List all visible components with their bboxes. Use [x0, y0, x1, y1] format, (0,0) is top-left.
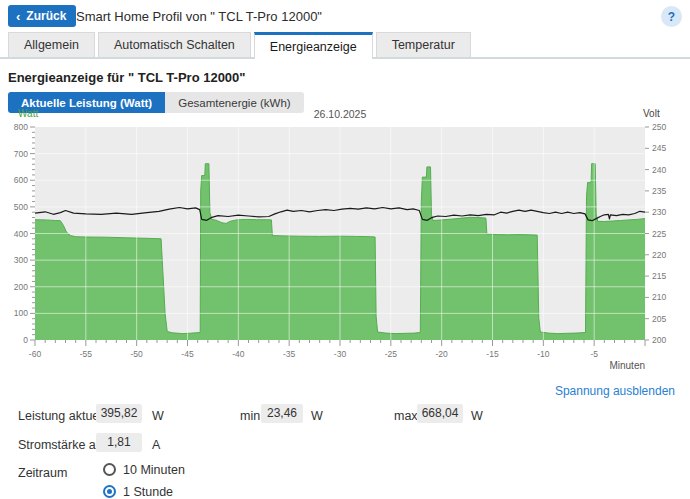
amperage-unit: A [152, 438, 160, 452]
y2-axis-tick-label: 210 [652, 292, 666, 302]
y2-axis-tick-label: 225 [652, 229, 666, 239]
axis-label-minuten: Minuten [595, 360, 645, 371]
x-axis-tick-label: -30 [334, 349, 347, 359]
y2-axis-tick-label: 245 [652, 143, 666, 153]
y2-axis-tick-label: 240 [652, 165, 666, 175]
radio-10-minuten[interactable] [103, 463, 116, 476]
y2-axis-tick-label: 235 [652, 186, 666, 196]
power-min-unit: W [311, 409, 323, 423]
y2-axis-tick-label: 215 [652, 271, 666, 281]
x-axis-tick-label: -40 [232, 349, 245, 359]
y2-axis-tick-label: 205 [652, 314, 666, 324]
tab-temperatur[interactable]: Temperatur [376, 32, 471, 57]
x-axis-tick-label: -50 [131, 349, 144, 359]
power-current-unit: W [152, 409, 164, 423]
x-axis-tick-label: -35 [283, 349, 296, 359]
y2-axis-tick-label: 200 [652, 335, 666, 345]
radio-10-minuten-label[interactable]: 10 Minuten [123, 463, 185, 477]
help-button[interactable]: ? [661, 6, 682, 27]
question-mark-icon: ? [668, 10, 675, 24]
power-max-value: 668,04 [417, 404, 463, 423]
section-heading: Energieanzeige für " TCL T-Pro 12000" [8, 70, 246, 85]
page-title: Smart Home Profil von " TCL T-Pro 12000" [76, 9, 322, 24]
tab-automatisch-schalten[interactable]: Automatisch Schalten [98, 32, 251, 57]
x-axis-tick-label: -55 [80, 349, 93, 359]
y-axis-tick-label: 300 [14, 255, 28, 265]
smart-home-profile-page: ‹ Zurück Smart Home Profil von " TCL T-P… [0, 0, 690, 499]
back-button[interactable]: ‹ Zurück [8, 5, 76, 27]
y-axis-tick-label: 700 [14, 149, 28, 159]
radio-1-stunde-label[interactable]: 1 Stunde [123, 485, 173, 499]
axis-label-volt: Volt [643, 108, 660, 119]
power-min-value: 23,46 [261, 404, 303, 423]
tab-bar: Allgemein Automatisch Schalten Energiean… [0, 32, 690, 59]
tab-allgemein[interactable]: Allgemein [8, 32, 95, 57]
y-axis-tick-label: 0 [23, 335, 28, 345]
amperage-value: 1,81 [96, 433, 142, 452]
y-axis-tick-label: 100 [14, 308, 28, 318]
power-current-label: Leistung aktuell [18, 409, 105, 423]
tab-energieanzeige[interactable]: Energieanzeige [254, 32, 373, 59]
power-current-value: 395,82 [96, 404, 142, 423]
period-label: Zeitraum [18, 466, 67, 480]
x-axis-tick-label: -25 [385, 349, 398, 359]
power-voltage-chart: 0100200300400500600700800200205210215220… [0, 120, 690, 370]
x-axis-tick-label: -45 [181, 349, 194, 359]
spannung-ausblenden-link[interactable]: Spannung ausblenden [555, 384, 675, 398]
x-axis-tick-label: -10 [537, 349, 550, 359]
y-axis-tick-label: 200 [14, 282, 28, 292]
y-axis-tick-label: 400 [14, 229, 28, 239]
y-axis-tick-label: 800 [14, 122, 28, 132]
x-axis-tick-label: -15 [486, 349, 499, 359]
x-axis-tick-label: -60 [29, 349, 42, 359]
x-axis-tick-label: -5 [590, 349, 598, 359]
back-button-label: Zurück [26, 9, 66, 23]
y2-axis-tick-label: 220 [652, 250, 666, 260]
x-axis-tick-label: -20 [436, 349, 449, 359]
y-axis-tick-label: 600 [14, 175, 28, 185]
chevron-left-icon: ‹ [16, 10, 20, 23]
radio-1-stunde[interactable] [103, 485, 116, 498]
power-max-unit: W [471, 409, 483, 423]
y2-axis-tick-label: 250 [652, 122, 666, 132]
chart-date: 26.10.2025 [35, 108, 645, 120]
y-axis-tick-label: 500 [14, 202, 28, 212]
y2-axis-tick-label: 230 [652, 207, 666, 217]
